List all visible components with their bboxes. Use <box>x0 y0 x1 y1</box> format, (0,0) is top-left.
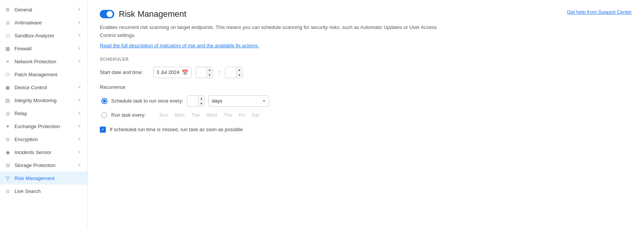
general-icon: ⚙ <box>5 6 11 13</box>
sidebar-item-antimalware[interactable]: ◎Antimalware+ <box>0 16 87 29</box>
sidebar-item-live-search[interactable]: ⊙Live Search <box>0 185 87 197</box>
radio-option1[interactable] <box>101 98 107 104</box>
sidebar-item-relay[interactable]: ◎Relay+ <box>0 107 87 120</box>
start-date-label: Start date and time: <box>100 69 149 75</box>
hour-input[interactable]: 17 <box>196 69 206 75</box>
sidebar-item-encryption[interactable]: ⊙Encryption+ <box>0 133 87 146</box>
days-row: SunMonTueWedThuFriSat <box>159 112 259 118</box>
expand-icon-incidents-sensor[interactable]: + <box>78 149 81 155</box>
full-description-link[interactable]: Read the full description of indicators … <box>100 43 259 48</box>
expand-icon-device-control[interactable]: + <box>78 84 81 90</box>
incidents-sensor-icon: ◉ <box>5 149 11 155</box>
day-thu[interactable]: Thu <box>224 112 232 118</box>
day-fri[interactable]: Fri <box>239 112 245 118</box>
scheduler-section-label: SCHEDULER <box>100 57 632 61</box>
radio-option2[interactable] <box>101 112 107 118</box>
day-sun[interactable]: Sun <box>159 112 168 118</box>
antimalware-icon: ◎ <box>5 19 11 26</box>
day-sat[interactable]: Sat <box>252 112 259 118</box>
expand-icon-antimalware[interactable]: + <box>78 19 81 26</box>
sidebar-item-firewall[interactable]: ▦Firewall+ <box>0 42 87 55</box>
title-row: Risk Management <box>100 9 186 19</box>
dropdown-arrow-icon: ▼ <box>262 99 266 103</box>
sidebar-label-device-control: Device Control <box>14 85 47 90</box>
sidebar-item-sandbox-analyzer[interactable]: ⬡Sandbox Analyzer+ <box>0 29 87 42</box>
start-date-row: Start date and time: 3 Jul 2024 📅 17 ▲ ▼… <box>100 67 632 78</box>
patch-management-icon: ⚇ <box>5 71 11 77</box>
interval-up[interactable]: ▲ <box>198 96 204 101</box>
firewall-icon: ▦ <box>5 45 11 51</box>
interval-unit-dropdown[interactable]: days ▼ <box>208 95 269 107</box>
day-tue[interactable]: Tue <box>192 112 200 118</box>
sandbox-analyzer-icon: ⬡ <box>5 32 11 39</box>
sidebar-label-antimalware: Antimalware <box>14 20 42 26</box>
sidebar-label-relay: Relay <box>14 111 27 116</box>
radio-row-1: Schedule task to run once every: 1 ▲ ▼ d… <box>101 95 632 107</box>
sidebar-item-general[interactable]: ⚙General+ <box>0 3 87 16</box>
day-mon[interactable]: Mon <box>175 112 184 118</box>
hour-spinner[interactable]: 17 ▲ ▼ <box>195 67 213 78</box>
expand-icon-sandbox-analyzer[interactable]: + <box>78 32 81 39</box>
expand-icon-exchange-protection[interactable]: + <box>78 123 81 129</box>
sidebar-label-risk-management: Risk Management <box>14 175 54 181</box>
relay-icon: ◎ <box>5 110 11 116</box>
checkmark-icon: ✓ <box>101 127 105 132</box>
recurrence-label: Recurrence <box>100 84 632 90</box>
interval-down[interactable]: ▼ <box>198 101 204 106</box>
interval-input[interactable]: 1 <box>187 98 198 104</box>
sidebar-item-network-protection[interactable]: ≡Network Protection+ <box>0 55 87 68</box>
expand-icon-storage-protection[interactable]: + <box>78 162 81 168</box>
network-protection-icon: ≡ <box>5 58 11 64</box>
live-search-icon: ⊙ <box>5 188 11 194</box>
interval-unit-value: days <box>212 98 222 104</box>
hour-down[interactable]: ▼ <box>207 72 213 78</box>
risk-management-toggle[interactable] <box>100 10 114 18</box>
expand-icon-relay[interactable]: + <box>78 110 81 116</box>
minute-down[interactable]: ▼ <box>237 72 242 78</box>
date-value: 3 Jul 2024 <box>157 69 179 75</box>
sidebar-item-device-control[interactable]: ▣Device Control+ <box>0 81 87 94</box>
expand-icon-integrity-monitoring[interactable]: + <box>78 97 81 103</box>
expand-icon-encryption[interactable]: + <box>78 136 81 142</box>
sidebar: ⚙General+◎Antimalware+⬡Sandbox Analyzer+… <box>0 0 88 228</box>
minute-up[interactable]: ▲ <box>237 67 242 72</box>
date-input[interactable]: 3 Jul 2024 📅 <box>153 67 192 78</box>
sidebar-label-storage-protection: Storage Protection <box>14 162 56 168</box>
integrity-monitoring-icon: ▤ <box>5 97 11 103</box>
hour-up[interactable]: ▲ <box>207 67 213 72</box>
minute-input[interactable]: 35 <box>225 69 236 75</box>
risk-management-icon: ▽ <box>5 175 11 181</box>
sidebar-item-integrity-monitoring[interactable]: ▤Integrity Monitoring+ <box>0 94 87 107</box>
missed-run-checkbox[interactable]: ✓ <box>100 127 106 133</box>
sidebar-item-incidents-sensor[interactable]: ◉Incidents Sensor+ <box>0 146 87 159</box>
expand-icon-general[interactable]: + <box>78 6 81 13</box>
day-wed[interactable]: Wed <box>207 112 217 118</box>
sidebar-label-incidents-sensor: Incidents Sensor <box>14 149 51 155</box>
sidebar-item-exchange-protection[interactable]: ✦Exchange Protection+ <box>0 120 87 133</box>
sidebar-label-integrity-monitoring: Integrity Monitoring <box>14 98 57 103</box>
header-row: Risk Management <box>100 9 632 19</box>
sidebar-label-network-protection: Network Protection <box>14 59 56 64</box>
radio-option2-label: Run task every: <box>111 112 145 118</box>
page-title: Risk Management <box>119 9 186 19</box>
sidebar-label-live-search: Live Search <box>14 188 41 194</box>
storage-protection-icon: ⊟ <box>5 162 11 168</box>
exchange-protection-icon: ✦ <box>5 123 11 129</box>
expand-icon-firewall[interactable]: + <box>78 45 81 51</box>
minute-spinner[interactable]: 35 ▲ ▼ <box>225 67 243 78</box>
interval-spinner[interactable]: 1 ▲ ▼ <box>187 95 205 107</box>
sidebar-item-risk-management[interactable]: ▽Risk Management <box>0 172 87 185</box>
checkbox-label: If scheduled run time is missed, run tas… <box>110 127 243 132</box>
sidebar-label-exchange-protection: Exchange Protection <box>14 124 60 129</box>
sidebar-label-sandbox-analyzer: Sandbox Analyzer <box>14 33 54 39</box>
radio-row-2: Run task every: SunMonTueWedThuFriSat <box>101 112 632 118</box>
sidebar-item-patch-management[interactable]: ⚇Patch Management <box>0 68 87 81</box>
radio-dot-1 <box>103 100 106 103</box>
sidebar-label-general: General <box>14 7 32 13</box>
sidebar-label-patch-management: Patch Management <box>14 72 58 77</box>
calendar-icon: 📅 <box>182 69 188 75</box>
sidebar-item-storage-protection[interactable]: ⊟Storage Protection+ <box>0 159 87 172</box>
checkbox-row: ✓ If scheduled run time is missed, run t… <box>100 127 632 133</box>
expand-icon-network-protection[interactable]: + <box>78 58 81 64</box>
support-link[interactable]: Get help from Support Center <box>567 9 632 15</box>
